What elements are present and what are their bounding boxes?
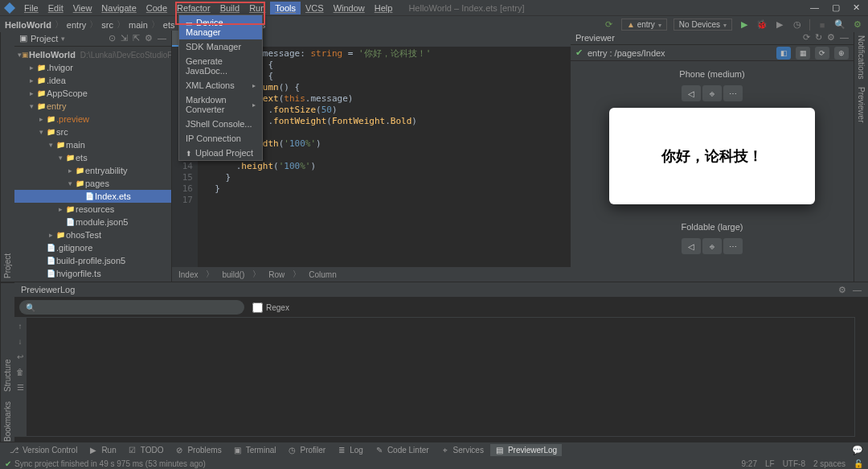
menu-tools[interactable]: Tools bbox=[270, 2, 301, 14]
soft-wrap-icon[interactable]: ↩ bbox=[17, 352, 23, 361]
close-icon[interactable]: ✕ bbox=[853, 2, 860, 13]
tab-log[interactable]: ≣Log bbox=[332, 444, 368, 456]
tab-version-control[interactable]: ⎇Version Control bbox=[5, 444, 82, 456]
run-config-combo[interactable]: ▲ entry▾ bbox=[621, 19, 667, 31]
indent[interactable]: 2 spaces bbox=[813, 459, 845, 468]
crumb[interactable]: ets bbox=[163, 20, 175, 30]
menu-view[interactable]: View bbox=[68, 2, 97, 14]
menu-navigate[interactable]: Navigate bbox=[96, 2, 141, 14]
menu-code[interactable]: Code bbox=[141, 2, 172, 14]
device-combo[interactable]: No Devices▾ bbox=[674, 19, 732, 31]
scroll-to-top-icon[interactable]: ↑ bbox=[18, 322, 23, 331]
readonly-icon[interactable]: 🔓 bbox=[854, 459, 863, 468]
more-icon[interactable]: ⋯ bbox=[723, 238, 743, 254]
hide-icon[interactable]: — bbox=[158, 33, 166, 43]
gear-icon[interactable]: ⚙ bbox=[827, 32, 835, 43]
more-icon[interactable]: ⋯ bbox=[723, 85, 743, 101]
tree-item[interactable]: ▾📁ets bbox=[14, 151, 171, 164]
search-icon[interactable]: 🔍 bbox=[834, 19, 845, 31]
settings-icon[interactable]: ⚙ bbox=[852, 19, 863, 31]
tree-item[interactable]: ▸📁resources bbox=[14, 203, 171, 216]
rail-structure[interactable]: Structure bbox=[3, 359, 12, 392]
dd-jshell[interactable]: JShell Console... bbox=[179, 117, 262, 131]
hide-icon[interactable]: — bbox=[853, 285, 862, 295]
scroll-to-end-icon[interactable]: ↓ bbox=[18, 337, 23, 346]
tab-profiler[interactable]: ◷Profiler bbox=[283, 444, 331, 456]
dd-upload-project[interactable]: ⬆Upload Project bbox=[179, 146, 262, 160]
pin-icon[interactable]: ↻ bbox=[815, 32, 822, 43]
tree-item[interactable]: 📄module.json5 bbox=[14, 216, 171, 228]
tab-code-linter[interactable]: ✎Code Linter bbox=[370, 444, 434, 456]
maximize-icon[interactable]: ▢ bbox=[832, 2, 840, 13]
dd-ip-connection[interactable]: IP Connection bbox=[179, 131, 262, 146]
menu-run[interactable]: Run bbox=[244, 2, 270, 14]
menu-build[interactable]: Build bbox=[215, 2, 244, 14]
expand-all-icon[interactable]: ⇲ bbox=[121, 33, 128, 43]
debug-icon[interactable]: 🐞 bbox=[756, 19, 768, 31]
encoding[interactable]: UTF-8 bbox=[783, 459, 805, 468]
bc-item[interactable]: build() bbox=[222, 270, 244, 279]
rail-bookmarks[interactable]: Bookmarks bbox=[3, 401, 12, 442]
tree-item[interactable]: ▸📁ohosTest bbox=[14, 228, 171, 241]
tab-terminal[interactable]: ▣Terminal bbox=[228, 444, 281, 456]
project-tree[interactable]: ▾▣HelloWorldD:\Lunkai\DevEcoStudioProjec… bbox=[14, 47, 171, 282]
stop-icon[interactable]: ■ bbox=[817, 19, 828, 31]
crumb[interactable]: entry bbox=[67, 20, 86, 30]
gear-icon[interactable]: ⚙ bbox=[838, 285, 846, 295]
tree-item[interactable]: ▸📁.idea bbox=[14, 74, 171, 87]
tree-item[interactable]: ▸📁entryability bbox=[14, 164, 171, 177]
minimize-icon[interactable]: — bbox=[810, 2, 819, 13]
coverage-icon[interactable]: ▶ bbox=[774, 19, 785, 31]
tree-file-selected[interactable]: 📄Index.ets bbox=[14, 190, 171, 203]
regex-toggle[interactable]: Regex bbox=[252, 302, 289, 313]
dd-markdown[interactable]: Markdown Converter▸ bbox=[179, 93, 262, 117]
crumb[interactable]: main bbox=[129, 20, 148, 30]
tree-item[interactable]: 📄hvigorfile.ts bbox=[14, 267, 171, 280]
tree-item[interactable]: ▾📁src bbox=[14, 125, 171, 138]
bc-item[interactable]: Row bbox=[268, 270, 285, 279]
crumb-project[interactable]: HelloWorld bbox=[5, 20, 51, 30]
bc-item[interactable]: Index bbox=[178, 270, 198, 279]
menu-edit[interactable]: Edit bbox=[43, 2, 68, 14]
bc-item[interactable]: Column bbox=[309, 270, 336, 279]
events-icon[interactable]: 💬 bbox=[852, 445, 863, 455]
dd-xml-actions[interactable]: XML Actions▸ bbox=[179, 78, 262, 93]
menu-file[interactable]: File bbox=[19, 2, 43, 14]
tab-todo[interactable]: ☑TODO bbox=[123, 444, 169, 456]
dd-sdk-manager[interactable]: SDK Manager bbox=[179, 39, 262, 54]
tree-item[interactable]: 📄.gitignore bbox=[14, 241, 171, 254]
clear-icon[interactable]: 🗑 bbox=[16, 368, 24, 376]
filter-icon[interactable]: ☰ bbox=[17, 383, 24, 392]
tab-previewerlog[interactable]: ▤PreviewerLog bbox=[490, 444, 562, 456]
orientation-icon[interactable]: ◁ bbox=[682, 238, 701, 254]
tree-item[interactable]: ▾📁main bbox=[14, 138, 171, 151]
tree-item[interactable]: ▸📁.preview bbox=[14, 113, 171, 125]
dd-javadoc[interactable]: Generate JavaDoc... bbox=[179, 54, 262, 78]
hide-icon[interactable]: — bbox=[840, 32, 849, 43]
log-search-input[interactable]: 🔍 bbox=[19, 300, 244, 315]
crumb[interactable]: src bbox=[101, 20, 113, 30]
select-opened-icon[interactable]: ⊙ bbox=[108, 33, 116, 43]
rotate-icon[interactable]: ⟳ bbox=[815, 47, 829, 60]
refresh-icon[interactable]: ⟳ bbox=[803, 32, 810, 43]
tree-item[interactable]: ▾📁entry bbox=[14, 100, 171, 113]
regex-checkbox[interactable] bbox=[252, 302, 263, 313]
tab-problems[interactable]: ⊘Problems bbox=[170, 444, 226, 456]
language-icon[interactable]: ⎆ bbox=[702, 238, 722, 254]
tree-item[interactable]: ▸📁.hvigor bbox=[14, 61, 171, 74]
rail-project[interactable]: Project bbox=[3, 253, 12, 278]
caret-position[interactable]: 9:27 bbox=[741, 459, 756, 468]
tree-root[interactable]: ▾▣HelloWorldD:\Lunkai\DevEcoStudioProjec… bbox=[14, 48, 171, 61]
zoom-icon[interactable]: ⊕ bbox=[834, 47, 849, 60]
orientation-icon[interactable]: ◁ bbox=[682, 85, 701, 101]
menu-refactor[interactable]: Refactor bbox=[172, 2, 215, 14]
tab-run[interactable]: ▶Run bbox=[84, 444, 121, 456]
menu-window[interactable]: Window bbox=[329, 2, 370, 14]
menu-help[interactable]: Help bbox=[370, 2, 398, 14]
inspector-icon[interactable]: ◧ bbox=[776, 47, 791, 60]
gear-icon[interactable]: ⚙ bbox=[145, 33, 153, 43]
dd-device-manager[interactable]: ▭Device Manager bbox=[179, 15, 262, 39]
rail-previewer[interactable]: Previewer bbox=[857, 87, 866, 122]
menu-vcs[interactable]: VCS bbox=[301, 2, 329, 14]
tree-item[interactable]: ▸📁AppScope bbox=[14, 87, 171, 100]
